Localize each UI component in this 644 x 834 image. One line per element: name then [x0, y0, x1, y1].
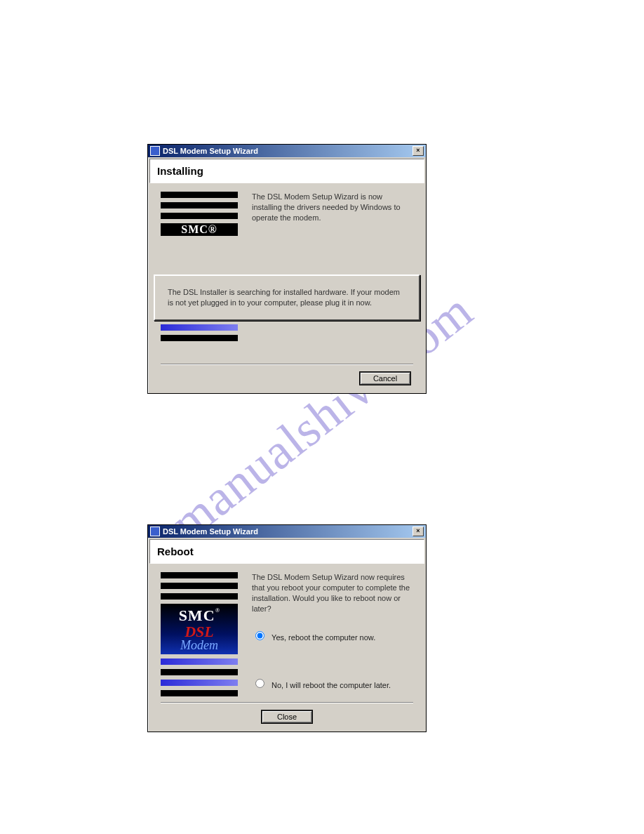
button-row: Cancel	[161, 372, 413, 385]
close-icon[interactable]: ×	[412, 527, 424, 536]
decor-stripe	[161, 192, 238, 198]
dialog-reboot: DSL Modem Setup Wizard × Reboot SMC® DSL…	[147, 524, 427, 732]
decor-stripe	[161, 213, 238, 219]
popup-text: The DSL Installer is searching for insta…	[168, 288, 400, 307]
logo-column: SMC®	[161, 192, 238, 345]
decor-stripe	[161, 593, 238, 600]
close-button[interactable]: Close	[262, 710, 312, 723]
decor-stripe	[161, 572, 238, 578]
dialog-installing: DSL Modem Setup Wizard × Installing SMC®…	[147, 144, 427, 394]
page-heading: Installing	[157, 165, 203, 177]
decor-stripe	[161, 680, 238, 686]
page-heading: Reboot	[157, 545, 194, 557]
cancel-button[interactable]: Cancel	[360, 372, 410, 385]
brand-logo: SMC®	[161, 223, 238, 236]
search-hardware-message: The DSL Installer is searching for insta…	[154, 274, 420, 321]
radio-no-label: No, I will reboot the computer later.	[271, 681, 391, 689]
titlebar: DSL Modem Setup Wizard ×	[148, 145, 426, 157]
decor-stripe	[161, 324, 238, 331]
window-title: DSL Modem Setup Wizard	[163, 527, 258, 536]
separator	[161, 702, 413, 703]
logo-dsl-text: DSL	[161, 625, 238, 639]
decor-stripe	[161, 335, 238, 341]
logo-text: SMC®	[181, 223, 217, 236]
app-icon	[150, 146, 160, 156]
radio-yes-row[interactable]: Yes, reboot the computer now.	[252, 629, 413, 643]
radio-yes[interactable]	[255, 631, 264, 640]
body-text: The DSL Modem Setup Wizard now requires …	[252, 572, 413, 614]
decor-stripe	[161, 690, 238, 696]
radio-no[interactable]	[255, 679, 264, 688]
app-icon	[150, 527, 160, 536]
brand-logo: SMC® DSL Modem	[161, 604, 238, 654]
decor-stripe	[161, 658, 238, 665]
dialog-body: SMC® The DSL Modem Setup Wizard is now i…	[148, 185, 426, 393]
logo-modem-text: Modem	[161, 639, 238, 651]
titlebar: DSL Modem Setup Wizard ×	[148, 525, 426, 538]
radio-yes-label: Yes, reboot the computer now.	[271, 633, 375, 642]
logo-column: SMC® DSL Modem	[161, 572, 238, 701]
button-row: Close	[161, 710, 413, 723]
window-title: DSL Modem Setup Wizard	[163, 147, 258, 155]
heading-panel: Installing	[149, 159, 424, 183]
heading-panel: Reboot	[149, 539, 424, 564]
decor-stripe	[161, 202, 238, 208]
registered-icon: ®	[215, 607, 220, 614]
separator	[161, 364, 413, 365]
decor-stripe	[161, 583, 238, 589]
decor-stripe	[161, 669, 238, 675]
radio-no-row[interactable]: No, I will reboot the computer later.	[252, 677, 413, 691]
text-column: The DSL Modem Setup Wizard now requires …	[252, 572, 413, 691]
dialog-body: SMC® DSL Modem The DSL Modem Setup Wizar…	[148, 565, 426, 732]
close-icon[interactable]: ×	[412, 146, 424, 156]
body-text: The DSL Modem Setup Wizard is now instal…	[252, 192, 413, 223]
